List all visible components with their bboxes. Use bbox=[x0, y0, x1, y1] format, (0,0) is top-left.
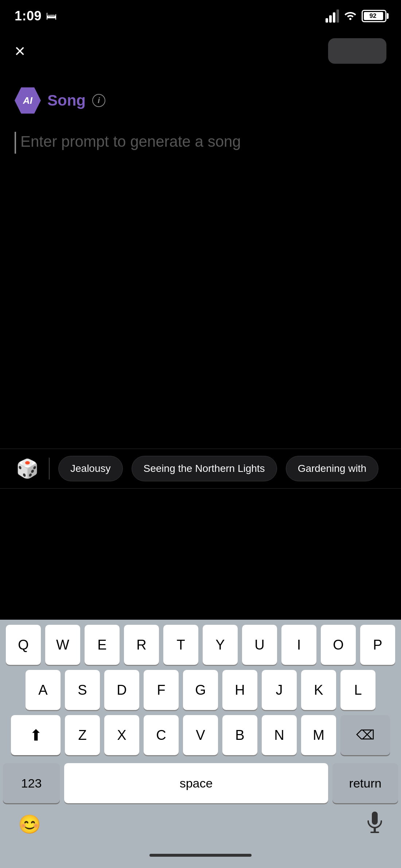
ai-song-header: AI Song i bbox=[15, 87, 386, 114]
svg-rect-2 bbox=[370, 832, 379, 833]
battery-icon: 92 bbox=[362, 10, 386, 22]
accessory-bar: 😊 bbox=[0, 806, 401, 843]
key-k[interactable]: K bbox=[301, 670, 336, 710]
signal-bar-3 bbox=[333, 12, 335, 23]
key-e[interactable]: E bbox=[85, 625, 120, 665]
suggestion-item-0[interactable]: Jealousy bbox=[58, 456, 123, 481]
empty-content-area bbox=[15, 201, 386, 449]
key-f[interactable]: F bbox=[144, 670, 179, 710]
prompt-placeholder: Enter prompt to generate a song bbox=[15, 133, 241, 150]
key-d[interactable]: D bbox=[104, 670, 139, 710]
delete-key[interactable]: ⌫ bbox=[340, 715, 390, 755]
shift-key[interactable]: ⬆ bbox=[11, 715, 61, 755]
main-content: AI Song i Enter prompt to generate a son… bbox=[0, 73, 401, 449]
random-icon[interactable]: 🎲 bbox=[15, 458, 40, 479]
keyboard-row-1: Q W E R T Y U I O P bbox=[3, 625, 398, 665]
home-indicator bbox=[0, 843, 401, 868]
signal-bar-1 bbox=[326, 18, 328, 23]
key-g[interactable]: G bbox=[183, 670, 218, 710]
numbers-key[interactable]: 123 bbox=[3, 763, 60, 803]
emoji-button[interactable]: 😊 bbox=[18, 814, 41, 835]
ai-logo-text: AI bbox=[23, 95, 32, 106]
key-n[interactable]: N bbox=[262, 715, 297, 755]
ai-song-title: Song bbox=[47, 92, 86, 109]
keyboard-bottom-row: 123 space return bbox=[0, 763, 401, 806]
suggestions-bar: 🎲 Jealousy Seeing the Northern Lights Ga… bbox=[0, 449, 401, 489]
key-w[interactable]: W bbox=[45, 625, 80, 665]
status-time: 1:09 bbox=[15, 8, 42, 24]
svg-rect-1 bbox=[374, 828, 376, 832]
signal-bar-2 bbox=[329, 15, 332, 23]
key-o[interactable]: O bbox=[321, 625, 356, 665]
key-z[interactable]: Z bbox=[65, 715, 100, 755]
bed-icon: 🛏 bbox=[46, 10, 57, 22]
status-bar: 1:09 🛏 92 bbox=[0, 0, 401, 29]
key-h[interactable]: H bbox=[222, 670, 257, 710]
key-l[interactable]: L bbox=[340, 670, 375, 710]
key-q[interactable]: Q bbox=[6, 625, 41, 665]
key-x[interactable]: X bbox=[104, 715, 139, 755]
info-button[interactable]: i bbox=[92, 94, 105, 107]
signal-bars-icon bbox=[326, 9, 339, 23]
home-bar bbox=[149, 854, 252, 857]
key-r[interactable]: R bbox=[124, 625, 159, 665]
battery-level: 92 bbox=[363, 12, 383, 20]
prompt-area[interactable]: Enter prompt to generate a song bbox=[15, 132, 386, 190]
signal-bar-4 bbox=[336, 9, 339, 23]
suggestions-divider bbox=[49, 458, 50, 480]
suggestion-item-2[interactable]: Gardening with bbox=[286, 456, 378, 481]
key-p[interactable]: P bbox=[360, 625, 395, 665]
keyboard-row-2: A S D F G H J K L bbox=[3, 670, 398, 710]
suggestion-item-1[interactable]: Seeing the Northern Lights bbox=[132, 456, 277, 481]
text-cursor bbox=[15, 132, 16, 154]
wifi-icon bbox=[344, 10, 357, 23]
return-key[interactable]: return bbox=[332, 763, 398, 803]
key-c[interactable]: C bbox=[144, 715, 179, 755]
header-bar: × bbox=[0, 29, 401, 73]
key-i[interactable]: I bbox=[281, 625, 316, 665]
close-button[interactable]: × bbox=[15, 42, 25, 60]
svg-rect-0 bbox=[372, 812, 378, 825]
key-s[interactable]: S bbox=[65, 670, 100, 710]
ai-logo: AI bbox=[15, 87, 41, 114]
key-m[interactable]: M bbox=[301, 715, 336, 755]
key-j[interactable]: J bbox=[262, 670, 297, 710]
key-b[interactable]: B bbox=[222, 715, 257, 755]
key-t[interactable]: T bbox=[163, 625, 198, 665]
keyboard-row-3: ⬆ Z X C V B N M ⌫ bbox=[3, 715, 398, 755]
key-v[interactable]: V bbox=[183, 715, 218, 755]
microphone-button[interactable] bbox=[367, 812, 383, 837]
keyboard-rows: Q W E R T Y U I O P A S D F G H J K L ⬆ … bbox=[0, 620, 401, 763]
key-a[interactable]: A bbox=[26, 670, 61, 710]
keyboard: Q W E R T Y U I O P A S D F G H J K L ⬆ … bbox=[0, 620, 401, 868]
key-u[interactable]: U bbox=[242, 625, 277, 665]
status-right: 92 bbox=[326, 9, 386, 23]
action-button[interactable] bbox=[328, 38, 386, 64]
key-y[interactable]: Y bbox=[203, 625, 238, 665]
space-key[interactable]: space bbox=[64, 763, 328, 803]
